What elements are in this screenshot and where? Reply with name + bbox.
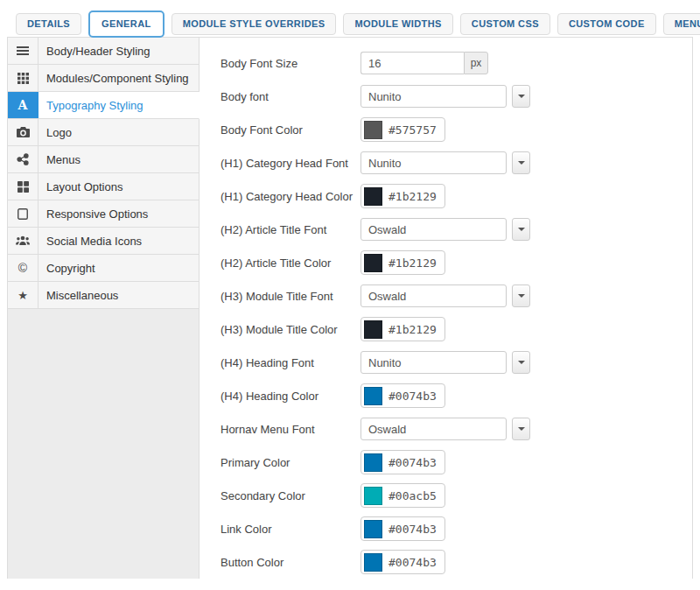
typography-styling-form: Body Font Size px Body font Nunito Body … bbox=[200, 38, 692, 579]
field-label: (H3) Module Title Color bbox=[220, 323, 360, 336]
select-dropdown-button[interactable] bbox=[512, 151, 530, 174]
sidebar-item-layout-options[interactable]: Layout Options bbox=[8, 173, 200, 200]
sidebar-item-body-header-styling[interactable]: Body/Header Styling bbox=[8, 38, 200, 65]
sidebar-item-typography-styling[interactable]: A Typography Styling bbox=[8, 92, 200, 119]
tab-menu-assignment[interactable]: MENU ASSIGNMENT bbox=[663, 13, 700, 35]
caret-down-icon bbox=[518, 228, 525, 231]
sidebar-item-menus[interactable]: Menus bbox=[8, 146, 200, 173]
field-label: (H2) Article Title Color bbox=[220, 256, 360, 270]
sidebar-item-label: Modules/Component Styling bbox=[38, 65, 189, 91]
copyright-icon: © bbox=[8, 255, 38, 281]
body-font-size-input[interactable] bbox=[360, 52, 464, 74]
field-h1-category-head-color: (H1) Category Head Color #1b2129 bbox=[220, 185, 692, 207]
field-label: (H1) Category Head Font bbox=[220, 157, 360, 170]
sidebar-item-miscellaneous[interactable]: ★ Miscellaneous bbox=[8, 282, 200, 309]
sidebar-item-copyright[interactable]: © Copyright bbox=[8, 255, 200, 282]
align-justify-icon bbox=[8, 38, 38, 64]
field-h3-module-title-color: (H3) Module Title Color #1b2129 bbox=[220, 318, 692, 341]
select-dropdown-button[interactable] bbox=[512, 284, 530, 307]
color-swatch bbox=[364, 487, 382, 505]
h2-article-title-font-select[interactable]: Oswald bbox=[360, 218, 507, 241]
sidebar-item-label: Menus bbox=[38, 146, 80, 172]
sidebar-item-label: Layout Options bbox=[38, 173, 122, 200]
grid-2x2-icon bbox=[8, 173, 38, 200]
caret-down-icon bbox=[518, 361, 525, 364]
field-label: (H3) Module Title Font bbox=[220, 290, 360, 303]
primary-color-picker[interactable]: #0074b3 bbox=[360, 450, 445, 474]
h2-article-title-color-picker[interactable]: #1b2129 bbox=[360, 250, 445, 275]
sidebar-item-modules-component-styling[interactable]: Modules/Component Styling bbox=[8, 65, 200, 92]
tab-general[interactable]: GENERAL bbox=[88, 11, 164, 38]
color-swatch bbox=[364, 520, 382, 538]
select-dropdown-button[interactable] bbox=[512, 218, 530, 241]
color-hex-value: #0074b3 bbox=[388, 456, 437, 469]
color-hex-value: #1b2129 bbox=[388, 256, 437, 270]
tab-module-widths[interactable]: MODULE WIDTHS bbox=[343, 13, 452, 35]
tab-details[interactable]: DETAILS bbox=[16, 13, 81, 35]
field-secondary-color: Secondary Color #00acb5 bbox=[220, 484, 692, 507]
field-body-font-size: Body Font Size px bbox=[220, 52, 692, 74]
sidebar-item-label: Copyright bbox=[38, 255, 95, 281]
body-font-select[interactable]: Nunito bbox=[360, 85, 507, 108]
h4-heading-color-picker[interactable]: #0074b3 bbox=[360, 383, 445, 408]
field-label: Primary Color bbox=[220, 456, 360, 469]
color-swatch bbox=[364, 553, 382, 572]
field-body-font: Body font Nunito bbox=[220, 85, 692, 108]
field-label: (H1) Category Head Color bbox=[220, 190, 360, 203]
field-h1-category-head-font: (H1) Category Head Font Nunito bbox=[220, 151, 692, 174]
color-swatch bbox=[364, 254, 382, 272]
button-color-picker[interactable]: #0074b3 bbox=[360, 550, 445, 574]
users-icon bbox=[8, 228, 38, 254]
sidebar-item-responsive-options[interactable]: Responsive Options bbox=[8, 200, 200, 228]
color-hex-value: #575757 bbox=[388, 123, 437, 137]
field-label: (H2) Article Title Font bbox=[220, 223, 360, 236]
field-label: Body Font Size bbox=[220, 57, 360, 70]
sidebar-item-label: Logo bbox=[38, 119, 72, 145]
camera-icon bbox=[8, 119, 38, 145]
h4-heading-font-select[interactable]: Nunito bbox=[360, 351, 507, 374]
body-font-color-picker[interactable]: #575757 bbox=[360, 117, 445, 142]
field-link-color: Link Color #0074b3 bbox=[220, 517, 692, 540]
hornav-menu-font-select[interactable]: Oswald bbox=[360, 418, 507, 440]
star-icon: ★ bbox=[8, 282, 38, 308]
sidebar-item-label: Miscellaneous bbox=[38, 282, 118, 308]
h3-module-title-color-picker[interactable]: #1b2129 bbox=[360, 317, 445, 341]
color-hex-value: #1b2129 bbox=[388, 323, 437, 336]
sidebar-item-logo[interactable]: Logo bbox=[8, 119, 200, 146]
select-dropdown-button[interactable] bbox=[512, 418, 530, 440]
field-label: Link Color bbox=[220, 523, 360, 536]
h1-category-head-font-select[interactable]: Nunito bbox=[360, 151, 507, 174]
grid-3x3-icon bbox=[8, 65, 38, 91]
color-hex-value: #00acb5 bbox=[388, 489, 437, 502]
tab-custom-code[interactable]: CUSTOM CODE bbox=[557, 13, 656, 35]
field-hornav-menu-font: Hornav Menu Font Oswald bbox=[220, 418, 692, 440]
field-label: Body Font Color bbox=[220, 123, 360, 137]
field-h2-article-title-color: (H2) Article Title Color #1b2129 bbox=[220, 251, 692, 274]
tab-custom-css[interactable]: CUSTOM CSS bbox=[460, 13, 550, 35]
sidebar-item-social-media-icons[interactable]: Social Media Icons bbox=[8, 228, 200, 255]
select-dropdown-button[interactable] bbox=[512, 85, 530, 108]
settings-sidebar: Body/Header Styling Modules/Component St… bbox=[8, 38, 200, 579]
sidebar-filler bbox=[8, 309, 200, 579]
sidebar-item-label: Social Media Icons bbox=[38, 228, 142, 254]
field-h3-module-title-font: (H3) Module Title Font Oswald bbox=[220, 284, 692, 307]
tab-module-style-overrides[interactable]: MODULE STYLE OVERRIDES bbox=[172, 13, 337, 35]
h1-category-head-color-picker[interactable]: #1b2129 bbox=[360, 184, 445, 208]
color-swatch bbox=[364, 320, 382, 339]
color-hex-value: #0074b3 bbox=[388, 556, 437, 569]
caret-down-icon bbox=[518, 161, 525, 165]
sidebar-item-label: Responsive Options bbox=[38, 200, 148, 227]
caret-down-icon bbox=[518, 95, 525, 98]
color-hex-value: #0074b3 bbox=[388, 523, 437, 536]
field-label: Hornav Menu Font bbox=[220, 423, 360, 436]
sidebar-item-label: Body/Header Styling bbox=[38, 38, 150, 64]
link-color-picker[interactable]: #0074b3 bbox=[360, 516, 445, 541]
select-dropdown-button[interactable] bbox=[512, 351, 530, 374]
color-hex-value: #1b2129 bbox=[388, 190, 437, 203]
tab-bar: DETAILS GENERAL MODULE STYLE OVERRIDES M… bbox=[0, 0, 700, 37]
h3-module-title-font-select[interactable]: Oswald bbox=[360, 284, 507, 307]
field-label: (H4) Heading Color bbox=[220, 390, 360, 403]
color-swatch bbox=[364, 121, 382, 139]
secondary-color-picker[interactable]: #00acb5 bbox=[360, 483, 445, 508]
settings-panel: Body/Header Styling Modules/Component St… bbox=[7, 37, 693, 579]
